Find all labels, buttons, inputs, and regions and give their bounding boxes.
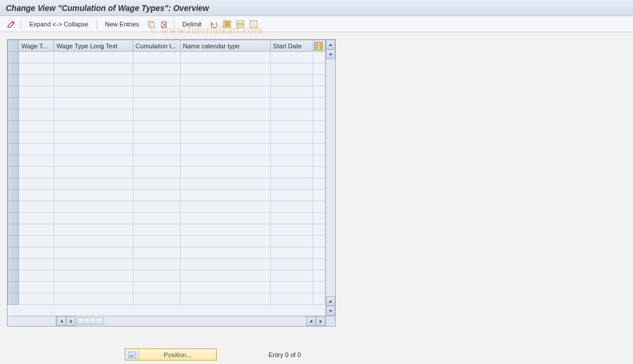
cell[interactable] bbox=[270, 155, 313, 167]
table-row[interactable] bbox=[8, 236, 325, 247]
table-row[interactable] bbox=[8, 259, 325, 270]
row-selector[interactable] bbox=[8, 63, 19, 75]
position-button[interactable]: Position... bbox=[125, 348, 217, 361]
cell[interactable] bbox=[181, 213, 271, 224]
cell[interactable] bbox=[19, 75, 54, 86]
select-all-icon[interactable] bbox=[221, 18, 233, 30]
cell[interactable] bbox=[181, 63, 271, 75]
table-row[interactable] bbox=[8, 224, 325, 236]
table-row[interactable] bbox=[8, 98, 325, 109]
cell[interactable] bbox=[270, 109, 313, 121]
cell[interactable] bbox=[19, 270, 54, 282]
cell[interactable] bbox=[270, 247, 313, 259]
cell[interactable] bbox=[270, 144, 313, 155]
row-selector[interactable] bbox=[8, 282, 19, 293]
deselect-all-icon[interactable] bbox=[248, 18, 259, 30]
cell[interactable] bbox=[181, 109, 271, 121]
cell[interactable] bbox=[181, 259, 271, 270]
cell[interactable] bbox=[270, 270, 313, 282]
cell[interactable] bbox=[54, 86, 133, 98]
cell[interactable] bbox=[54, 213, 133, 224]
row-selector[interactable] bbox=[8, 132, 19, 144]
cell[interactable] bbox=[19, 86, 54, 98]
hscroll-thumb[interactable]: ⋮⋮⋮ bbox=[76, 317, 104, 325]
row-selector[interactable] bbox=[8, 247, 19, 259]
col-header-long-text[interactable]: Wage Type Long Text bbox=[54, 40, 133, 52]
table-row[interactable] bbox=[8, 121, 325, 132]
cell[interactable] bbox=[19, 259, 54, 270]
table-row[interactable] bbox=[8, 293, 325, 305]
cell[interactable] bbox=[19, 52, 54, 63]
table-settings-button[interactable] bbox=[313, 40, 325, 52]
cell[interactable] bbox=[19, 109, 54, 121]
select-block-icon[interactable] bbox=[235, 18, 246, 30]
cell[interactable] bbox=[54, 282, 133, 293]
scroll-down-bottom-button[interactable] bbox=[326, 306, 335, 316]
row-selector[interactable] bbox=[8, 121, 19, 132]
cell[interactable] bbox=[133, 236, 180, 247]
cell[interactable] bbox=[133, 247, 180, 259]
pencil-toggle-icon[interactable] bbox=[6, 18, 17, 30]
cell[interactable] bbox=[270, 178, 313, 190]
table-row[interactable] bbox=[8, 270, 325, 282]
cell[interactable] bbox=[270, 167, 313, 178]
row-selector[interactable] bbox=[8, 155, 19, 167]
col-header-wage-type[interactable]: Wage T... bbox=[19, 40, 54, 52]
cell[interactable] bbox=[133, 282, 180, 293]
new-entries-button[interactable]: New Entries bbox=[101, 19, 144, 29]
table-row[interactable] bbox=[8, 109, 325, 121]
cell[interactable] bbox=[181, 98, 271, 109]
cell[interactable] bbox=[54, 270, 133, 282]
table-row[interactable] bbox=[8, 52, 325, 63]
row-selector[interactable] bbox=[8, 270, 19, 282]
cell[interactable] bbox=[19, 236, 54, 247]
cell[interactable] bbox=[19, 132, 54, 144]
cell[interactable] bbox=[133, 224, 180, 236]
cell[interactable] bbox=[19, 213, 54, 224]
cell[interactable] bbox=[270, 201, 313, 213]
cell[interactable] bbox=[133, 270, 180, 282]
cell[interactable] bbox=[270, 121, 313, 132]
cell[interactable] bbox=[19, 190, 54, 201]
row-selector[interactable] bbox=[8, 52, 19, 63]
table-row[interactable] bbox=[8, 155, 325, 167]
cell[interactable] bbox=[181, 270, 271, 282]
row-selector[interactable] bbox=[8, 224, 19, 236]
table-row[interactable] bbox=[8, 282, 325, 293]
scroll-down-button[interactable] bbox=[326, 49, 335, 59]
cell[interactable] bbox=[270, 293, 313, 305]
cell[interactable] bbox=[270, 282, 313, 293]
cell[interactable] bbox=[270, 224, 313, 236]
cell[interactable] bbox=[270, 52, 313, 63]
table-row[interactable] bbox=[8, 86, 325, 98]
scroll-up-button[interactable] bbox=[326, 40, 335, 49]
col-header-start-date[interactable]: Start Date bbox=[270, 40, 313, 52]
cell[interactable] bbox=[270, 63, 313, 75]
table-row[interactable] bbox=[8, 132, 325, 144]
cell[interactable] bbox=[54, 201, 133, 213]
cell[interactable] bbox=[133, 190, 180, 201]
cell[interactable] bbox=[133, 293, 180, 305]
cell[interactable] bbox=[181, 121, 271, 132]
row-selector[interactable] bbox=[8, 293, 19, 305]
scroll-right-button[interactable] bbox=[66, 316, 76, 326]
cell[interactable] bbox=[181, 247, 271, 259]
cell[interactable] bbox=[181, 86, 271, 98]
cell[interactable] bbox=[54, 144, 133, 155]
cell[interactable] bbox=[19, 201, 54, 213]
row-selector[interactable] bbox=[8, 144, 19, 155]
data-grid[interactable]: Wage T... Wage Type Long Text Cumulation… bbox=[7, 40, 325, 316]
cell[interactable] bbox=[54, 236, 133, 247]
cell[interactable] bbox=[133, 132, 180, 144]
cell[interactable] bbox=[133, 63, 180, 75]
row-selector[interactable] bbox=[8, 109, 19, 121]
cell[interactable] bbox=[181, 167, 271, 178]
cell[interactable] bbox=[133, 259, 180, 270]
cell[interactable] bbox=[270, 75, 313, 86]
row-selector-header[interactable] bbox=[8, 40, 19, 52]
row-selector[interactable] bbox=[8, 178, 19, 190]
cell[interactable] bbox=[270, 98, 313, 109]
table-row[interactable] bbox=[8, 213, 325, 224]
scroll-left-end-button[interactable] bbox=[306, 316, 316, 326]
cell[interactable] bbox=[181, 201, 271, 213]
